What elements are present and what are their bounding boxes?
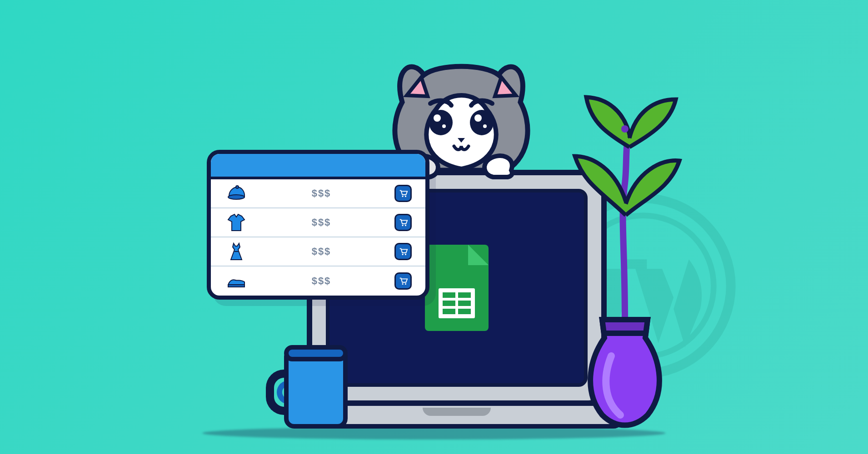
svg-point-16 [405, 254, 406, 255]
price-label: $$$ [248, 246, 394, 257]
svg-point-2 [621, 125, 629, 133]
cap-icon [224, 183, 248, 203]
svg-point-4 [470, 110, 494, 135]
illustration-stage: $$$ $$$ $$$ [116, 0, 752, 454]
svg-point-18 [402, 283, 404, 285]
cart-button[interactable] [394, 214, 412, 231]
svg-point-5 [434, 114, 441, 122]
google-sheets-icon [425, 245, 489, 331]
cart-button[interactable] [394, 185, 412, 202]
svg-point-7 [442, 124, 446, 128]
svg-point-10 [236, 186, 239, 188]
price-label: $$$ [248, 188, 394, 199]
svg-point-8 [483, 124, 487, 128]
svg-point-6 [474, 114, 482, 122]
svg-point-11 [402, 196, 404, 197]
table-row: $$$ [211, 266, 425, 296]
svg-rect-17 [228, 285, 244, 287]
cart-button[interactable] [394, 272, 412, 290]
price-label: $$$ [248, 275, 394, 287]
panel-header [211, 154, 425, 179]
table-row: $$$ [211, 237, 425, 266]
svg-point-9 [228, 195, 244, 199]
table-row: $$$ [211, 208, 425, 237]
svg-point-13 [402, 225, 404, 226]
svg-point-3 [429, 110, 453, 135]
cart-button[interactable] [394, 243, 412, 260]
table-row: $$$ [211, 179, 425, 208]
ground-shadow [202, 427, 666, 439]
dress-icon [224, 242, 248, 262]
shoe-icon [224, 271, 248, 291]
product-table-panel: $$$ $$$ $$$ [207, 150, 429, 300]
mug-illustration [266, 347, 348, 429]
svg-point-12 [405, 196, 406, 197]
shirt-icon [224, 212, 248, 232]
svg-point-14 [405, 225, 406, 226]
plant-illustration [557, 65, 693, 429]
svg-point-15 [402, 254, 404, 255]
price-label: $$$ [248, 217, 394, 228]
svg-point-19 [405, 283, 406, 285]
